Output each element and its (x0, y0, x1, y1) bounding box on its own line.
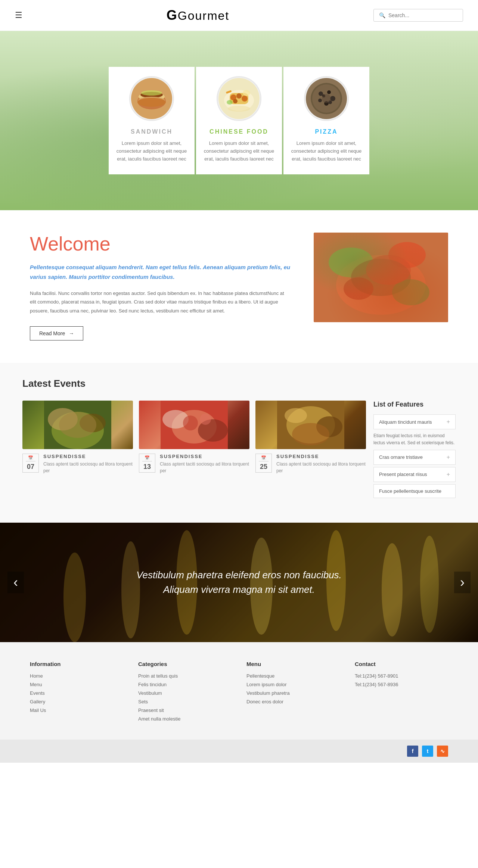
feature-plus-1: + (447, 419, 450, 425)
svg-point-28 (322, 94, 331, 103)
event-image-2 (139, 401, 249, 449)
footer-col-menu: Menu Pellentesque Lorem ipsum dolor Vest… (246, 661, 340, 725)
read-more-label: Read More (39, 330, 65, 336)
footer-col-information: Information Home Menu Events Gallery Mai… (30, 661, 123, 725)
food-card-image-chinese (217, 76, 261, 121)
header: ☰ GGourmet 🔍 (0, 0, 478, 31)
footer-heading-contact: Contact (355, 661, 448, 667)
logo: GGourmet (167, 7, 230, 23)
banner-text-2: Aliquam viverra magna mi sit amet. (136, 584, 342, 595)
footer-menu-1[interactable]: Pellentesque (246, 673, 340, 679)
footer-menu-3[interactable]: Vestibulum pharetra (246, 690, 340, 696)
search-box: 🔍 (373, 9, 463, 22)
event-day-3: 25 (259, 463, 269, 471)
event-date-1: 📅 07 (22, 454, 39, 473)
feature-description: Etiam feugiat lectus nisl, in euismod le… (373, 432, 456, 447)
events-grid: 📅 07 SUSPENDISSE Class aptent taciti soc… (22, 401, 456, 500)
event-details-2: SUSPENDISSE Class aptent taciti sociosqu… (160, 454, 249, 474)
event-name-2: SUSPENDISSE (160, 454, 249, 459)
calendar-icon-3: 📅 (259, 455, 269, 461)
hamburger-menu[interactable]: ☰ (15, 10, 22, 20)
svg-point-12 (236, 93, 242, 99)
calendar-icon-1: 📅 (26, 455, 35, 461)
feature-plus-3: + (447, 471, 450, 478)
event-details-3: SUSPENDISSE Class aptent taciti sociosqu… (276, 454, 366, 474)
feature-item-4[interactable]: Fusce pellellentsque suscrite (373, 484, 456, 498)
search-icon: 🔍 (379, 12, 385, 18)
footer-link-home[interactable]: Home (30, 673, 123, 679)
footer-menu-2[interactable]: Lorem ipsum dolor (246, 682, 340, 687)
event-desc-3: Class aptent taciti sociosqu ad litora t… (276, 461, 366, 474)
feature-label-3: Present placerat riisus (379, 472, 427, 477)
event-desc-1: Class aptent taciti sociosqu ad litora t… (43, 461, 133, 474)
banner-prev-button[interactable]: ‹ (7, 572, 24, 593)
food-card-image-sandwich (129, 76, 174, 121)
footer-cat-6[interactable]: Amet nulla molestie (138, 716, 232, 722)
footer-col-contact: Contact Tel:1(234) 567-8901 Tel:1(234) 5… (355, 661, 448, 725)
footer-tel-1: Tel:1(234) 567-8901 (355, 673, 448, 679)
event-details-1: SUSPENDISSE Class aptent taciti sociosqu… (43, 454, 133, 474)
social-twitter-button[interactable]: t (422, 746, 433, 757)
svg-point-13 (242, 96, 248, 102)
svg-point-15 (228, 106, 250, 112)
event-info-3: 📅 25 SUSPENDISSE Class aptent taciti soc… (255, 454, 366, 474)
footer-cat-1[interactable]: Proin at tellus quis (138, 673, 232, 679)
footer-cat-4[interactable]: Sets (138, 699, 232, 704)
food-card-pizza[interactable]: PIZZA Lorem ipsum dolor sit amet, consec… (283, 67, 369, 174)
svg-point-23 (330, 96, 335, 101)
banner-next-button[interactable]: › (454, 572, 471, 593)
event-item-3: 📅 25 SUSPENDISSE Class aptent taciti soc… (255, 401, 366, 474)
svg-point-52 (292, 423, 329, 445)
card-title-chinese: CHINESE FOOD (204, 128, 274, 135)
read-more-arrow: → (69, 330, 74, 336)
svg-point-17 (227, 100, 233, 105)
footer-col-categories: Categories Proin at tellus quis Felis ti… (138, 661, 232, 725)
feature-item-3[interactable]: Present placerat riisus + (373, 467, 456, 482)
food-card-sandwich[interactable]: SANDWICH Lorem ipsum dolor sit amet, con… (109, 67, 195, 174)
footer-link-gallery[interactable]: Gallery (30, 699, 123, 704)
feature-label-1: Aliquam tincidunt mauris (379, 419, 432, 425)
banner-section: ‹ Vestibulum pharetra eleifend eros non … (0, 523, 478, 642)
event-info-2: 📅 13 SUSPENDISSE Class aptent taciti soc… (139, 454, 249, 474)
features-title: List of Features (373, 401, 456, 408)
svg-point-25 (318, 99, 322, 102)
feature-item-1[interactable]: Aliquam tincidunt mauris + (373, 414, 456, 429)
card-desc-chinese: Lorem ipsum dolor sit amet, consectetur … (204, 140, 274, 163)
svg-point-60 (420, 536, 439, 633)
welcome-lead: Pellentesque consequat aliquam hendrerit… (30, 262, 291, 281)
food-card-chinese[interactable]: CHINESE FOOD Lorem ipsum dolor sit amet,… (196, 67, 282, 174)
footer-link-menu[interactable]: Menu (30, 682, 123, 687)
footer-cat-5[interactable]: Praesent sit (138, 707, 232, 713)
footer-menu-4[interactable]: Donec eros dolor (246, 699, 340, 704)
social-facebook-button[interactable]: f (407, 746, 418, 757)
read-more-button[interactable]: Read More → (30, 326, 83, 340)
card-desc-sandwich: Lorem ipsum dolor sit amet, consectetur … (116, 140, 187, 163)
svg-point-14 (233, 99, 238, 103)
svg-point-21 (319, 91, 323, 96)
events-section: Latest Events 📅 07 (0, 363, 478, 522)
footer-cat-3[interactable]: Vestibulum (138, 690, 232, 696)
footer-heading-information: Information (30, 661, 123, 667)
card-title-pizza: PIZZA (291, 128, 362, 135)
search-input[interactable] (388, 12, 457, 18)
feature-label-4: Fusce pellellentsque suscrite (379, 488, 441, 494)
event-info-1: 📅 07 SUSPENDISSE Class aptent taciti soc… (22, 454, 133, 474)
footer-link-events[interactable]: Events (30, 690, 123, 696)
event-day-1: 07 (26, 463, 35, 471)
footer-heading-menu: Menu (246, 661, 340, 667)
event-image-1 (22, 401, 133, 449)
footer-link-mail[interactable]: Mail Us (30, 707, 123, 713)
feature-plus-2: + (447, 454, 450, 461)
events-list: 📅 07 SUSPENDISSE Class aptent taciti soc… (22, 401, 366, 474)
feature-item-2[interactable]: Cras ornare tristiave + (373, 450, 456, 465)
svg-point-6 (137, 98, 166, 107)
svg-point-22 (327, 90, 331, 94)
social-rss-button[interactable]: ∿ (437, 746, 448, 757)
events-title: Latest Events (22, 378, 456, 389)
footer-bottom: f t ∿ (0, 740, 478, 763)
footer-tel-2: Tel:1(234) 567-8936 (355, 682, 448, 687)
svg-point-46 (183, 416, 198, 430)
footer-cat-2[interactable]: Felis tincidun (138, 682, 232, 687)
event-item-1: 📅 07 SUSPENDISSE Class aptent taciti soc… (22, 401, 133, 474)
footer-heading-categories: Categories (138, 661, 232, 667)
